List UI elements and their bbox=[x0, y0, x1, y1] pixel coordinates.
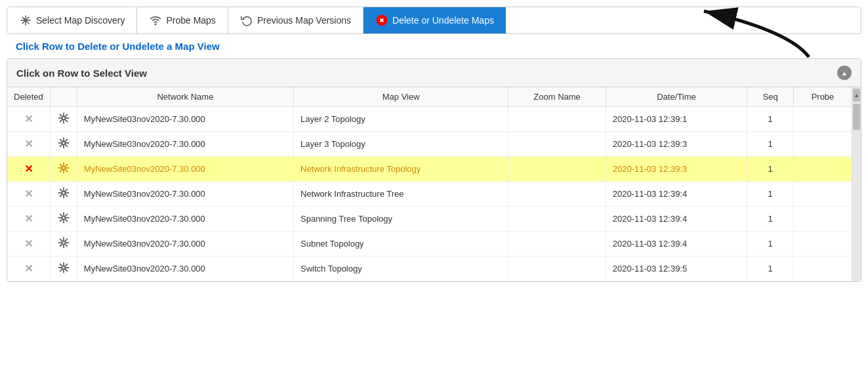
tab-delete-undelete[interactable]: Delete or Undelete Maps bbox=[363, 7, 506, 33]
svg-point-36 bbox=[62, 192, 65, 195]
table-row[interactable]: ✕ MyNewSite03nov2020-7.30.000Spanning Tr… bbox=[7, 207, 852, 232]
svg-line-41 bbox=[60, 189, 62, 192]
delete-x-icon[interactable]: ✕ bbox=[24, 213, 33, 224]
table-row[interactable]: ✕ MyNewSite03nov2020-7.30.000Layer 3 Top… bbox=[7, 132, 852, 157]
delete-cell[interactable]: ✕ bbox=[7, 182, 50, 207]
network-icon-cell bbox=[50, 107, 77, 132]
zoom-name-cell bbox=[508, 107, 606, 132]
col-network-name: Network Name bbox=[77, 87, 293, 107]
svg-line-71 bbox=[60, 269, 62, 272]
map-view-cell: Layer 3 Topology bbox=[294, 132, 508, 157]
col-probe: Probe bbox=[793, 87, 852, 107]
svg-line-51 bbox=[65, 219, 68, 222]
network-icon bbox=[57, 161, 70, 174]
datetime-cell: 2020-11-03 12:39:1 bbox=[606, 107, 747, 132]
delete-cell[interactable]: ✕ bbox=[7, 207, 50, 232]
svg-line-68 bbox=[60, 264, 62, 266]
main-content-area: Click on Row to Select View ▲ Deleted Ne… bbox=[7, 58, 861, 282]
delete-cell[interactable]: ✕ bbox=[7, 132, 50, 157]
collapse-icon: ▲ bbox=[841, 70, 848, 77]
probe-cell bbox=[793, 256, 852, 281]
network-icon bbox=[57, 261, 70, 274]
network-icon-cell bbox=[50, 132, 77, 157]
svg-point-4 bbox=[155, 24, 157, 25]
delete-x-icon[interactable]: ✕ bbox=[24, 113, 33, 125]
delete-cell[interactable]: ✕ bbox=[7, 107, 50, 132]
svg-line-59 bbox=[60, 239, 62, 241]
svg-line-52 bbox=[65, 214, 68, 216]
datetime-cell: 2020-11-03 12:39:4 bbox=[606, 207, 747, 232]
svg-line-62 bbox=[60, 244, 62, 247]
zoom-name-cell bbox=[508, 132, 606, 157]
network-name-cell: MyNewSite03nov2020-7.30.000 bbox=[77, 107, 293, 132]
zoom-name-cell bbox=[508, 182, 606, 207]
network-name-cell: MyNewSite03nov2020-7.30.000 bbox=[77, 207, 293, 232]
map-view-cell: Switch Topology bbox=[294, 256, 508, 281]
table-row[interactable]: ✕ MyNewSite03nov2020-7.30.000Network Inf… bbox=[7, 182, 852, 207]
delete-cell[interactable]: ✕ bbox=[7, 157, 50, 182]
tab-select-map[interactable]: Select Map Discovery bbox=[7, 7, 137, 33]
delete-cell[interactable]: ✕ bbox=[7, 256, 50, 281]
delete-x-icon[interactable]: ✕ bbox=[24, 138, 33, 150]
delete-x-icon[interactable]: ✕ bbox=[24, 238, 33, 249]
collapse-button[interactable]: ▲ bbox=[837, 66, 852, 80]
svg-point-9 bbox=[62, 117, 65, 120]
probe-cell bbox=[793, 182, 852, 207]
tab-delete-undelete-label: Delete or Undelete Maps bbox=[392, 15, 494, 26]
refresh-icon bbox=[240, 14, 253, 27]
svg-line-24 bbox=[65, 144, 68, 147]
map-view-cell: Layer 2 Topology bbox=[294, 107, 508, 132]
col-datetime: Date/Time bbox=[606, 87, 747, 107]
network-name-cell: MyNewSite03nov2020-7.30.000 bbox=[77, 182, 293, 207]
svg-line-25 bbox=[65, 139, 68, 142]
svg-line-14 bbox=[60, 114, 62, 117]
tab-prev-versions-label: Previous Map Versions bbox=[257, 15, 351, 26]
col-map-view: Map View bbox=[294, 87, 508, 107]
delete-x-icon[interactable]: ✕ bbox=[24, 263, 33, 274]
probe-cell bbox=[793, 232, 852, 256]
tab-prev-versions[interactable]: Previous Map Versions bbox=[228, 7, 363, 33]
tab-probe-maps-label: Probe Maps bbox=[166, 15, 215, 26]
probe-cell bbox=[793, 107, 852, 132]
datetime-cell: 2020-11-03 12:39:4 bbox=[606, 182, 747, 207]
table-head: Deleted Network Name Map View Zoom Name … bbox=[7, 87, 852, 107]
svg-point-45 bbox=[62, 216, 65, 220]
svg-line-70 bbox=[65, 264, 68, 266]
zoom-name-cell bbox=[508, 207, 606, 232]
map-view-cell: Network Infrastructure Tree bbox=[294, 182, 508, 207]
svg-line-60 bbox=[65, 244, 68, 247]
svg-line-33 bbox=[65, 169, 68, 172]
network-icon-cell bbox=[50, 207, 77, 232]
table-body: ✕ MyNewSite03nov2020-7.30.000Layer 2 Top… bbox=[7, 107, 852, 281]
scrollbar[interactable]: ▲ bbox=[852, 87, 861, 281]
seq-cell: 1 bbox=[747, 107, 794, 132]
table-row[interactable]: ✕ MyNewSite03nov2020-7.30.000Switch Topo… bbox=[7, 256, 852, 281]
svg-point-18 bbox=[62, 142, 65, 145]
probe-cell bbox=[793, 207, 852, 232]
table-header-bar: Click on Row to Select View ▲ bbox=[7, 59, 861, 87]
tab-probe-maps[interactable]: Probe Maps bbox=[137, 7, 228, 33]
delete-cell[interactable]: ✕ bbox=[7, 232, 50, 256]
probe-cell bbox=[793, 132, 852, 157]
svg-line-26 bbox=[60, 144, 62, 147]
svg-line-15 bbox=[65, 119, 68, 122]
delete-x-icon[interactable]: ✕ bbox=[24, 188, 33, 199]
svg-line-32 bbox=[60, 164, 62, 167]
table-wrapper: Deleted Network Name Map View Zoom Name … bbox=[7, 87, 861, 281]
network-icon bbox=[57, 186, 70, 199]
svg-line-42 bbox=[65, 194, 68, 197]
svg-line-23 bbox=[60, 139, 62, 142]
svg-line-50 bbox=[60, 214, 62, 216]
zoom-name-cell bbox=[508, 157, 606, 182]
datetime-cell: 2020-11-03 12:39:5 bbox=[606, 256, 747, 281]
col-icon bbox=[50, 87, 77, 107]
delete-x-icon[interactable]: ✕ bbox=[24, 163, 33, 174]
table-row[interactable]: ✕ MyNewSite03nov2020-7.30.000Network Inf… bbox=[7, 157, 852, 182]
table-row[interactable]: ✕ MyNewSite03nov2020-7.30.000Layer 2 Top… bbox=[7, 107, 852, 132]
network-icon-cell bbox=[50, 256, 77, 281]
svg-line-53 bbox=[60, 219, 62, 222]
table-row[interactable]: ✕ MyNewSite03nov2020-7.30.000Subnet Topo… bbox=[7, 232, 852, 256]
datetime-cell: 2020-11-03 12:39:3 bbox=[606, 132, 747, 157]
col-seq: Seq bbox=[747, 87, 794, 107]
network-icon bbox=[57, 136, 70, 150]
